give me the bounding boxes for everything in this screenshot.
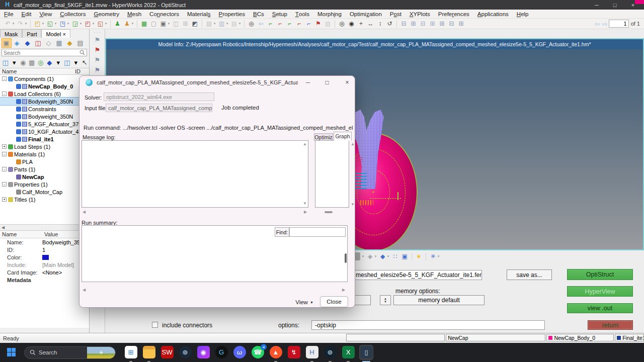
tree-item[interactable]: - Components (1): [0, 75, 89, 82]
previous-page-icon[interactable]: ⇦: [595, 20, 600, 28]
message-log-box[interactable]: ▲ ▼: [82, 140, 308, 208]
menu-item[interactable]: Morphing: [313, 10, 346, 19]
scroll-down-icon[interactable]: ▼: [303, 202, 307, 206]
hyperview-button[interactable]: HyperView: [567, 286, 633, 297]
statusbar-box[interactable]: NewCap: [446, 334, 545, 341]
entity-row[interactable]: Metadata: [0, 276, 89, 284]
menu-item[interactable]: File: [0, 10, 18, 19]
entity-row[interactable]: Name: Bodyweigth_350N: [0, 238, 89, 246]
menu-item[interactable]: Preferences: [434, 10, 473, 19]
tree-item[interactable]: Bodyweight_350N: [0, 113, 89, 120]
dialog-close-button[interactable]: ×: [339, 77, 355, 88]
menu-item[interactable]: Setup: [268, 10, 291, 19]
find-input[interactable]: [289, 227, 346, 237]
menu-item[interactable]: BCs: [249, 10, 268, 19]
next-page-icon[interactable]: ⇨: [602, 20, 608, 28]
memory-default-button[interactable]: memory default: [393, 295, 485, 305]
solver-field[interactable]: optistruct_2022_win64.exe: [104, 93, 214, 101]
scroll-left-icon[interactable]: ◀: [0, 225, 5, 230]
tree-item[interactable]: NewCap_Body_0: [0, 82, 89, 90]
start-button[interactable]: [7, 348, 16, 357]
tree-item[interactable]: - Load Collectors (6): [0, 90, 89, 98]
tree-expander[interactable]: -: [2, 182, 7, 187]
browser-tab[interactable]: Part: [22, 29, 41, 38]
memory-spinner[interactable]: ▲▼: [380, 295, 391, 305]
tree-expander[interactable]: +: [2, 197, 7, 202]
statusbar-box[interactable]: [346, 334, 445, 341]
save-as-button[interactable]: save as...: [507, 269, 552, 280]
tree-expander[interactable]: +: [2, 144, 7, 149]
search-highlight-widget[interactable]: ✈: [87, 347, 115, 358]
menu-item[interactable]: Tools: [291, 10, 313, 19]
tree-item[interactable]: Final_ite1: [0, 135, 89, 143]
tree-item[interactable]: + Load Steps (1): [0, 143, 89, 150]
taskbar-search[interactable]: Search ✈: [24, 346, 116, 359]
browser-tab[interactable]: Mask: [0, 29, 22, 38]
tree-expander[interactable]: -: [2, 152, 7, 156]
dialog-input-file-field[interactable]: calf_motor_cap_PLA_MATassigned_comped_me: [106, 104, 212, 112]
tree-item[interactable]: NewCap: [0, 173, 89, 180]
menu-item[interactable]: Optimization: [346, 10, 386, 19]
tree-item[interactable]: - Materials (1): [0, 150, 89, 158]
menu-item[interactable]: Materials: [183, 10, 215, 19]
statusbar-box[interactable]: NewCap_Body_0: [546, 334, 614, 341]
tree-expander[interactable]: -: [2, 167, 7, 171]
menu-item[interactable]: Connectors: [145, 10, 183, 19]
tree-item[interactable]: Calf_Motor_Cap: [0, 188, 89, 196]
tab-graph[interactable]: Graph: [334, 132, 352, 141]
dialog-minimize-button[interactable]: ─: [300, 77, 316, 88]
optistruct-button[interactable]: OptiStruct: [567, 269, 633, 280]
menu-item[interactable]: View: [35, 10, 56, 19]
summary-scroll-right-icon[interactable]: ▶: [342, 288, 345, 292]
tree-expander[interactable]: -: [2, 76, 7, 81]
menu-item[interactable]: Properties: [215, 10, 249, 19]
tree-item[interactable]: - Parts (1): [0, 165, 89, 173]
tree-item[interactable]: Bodyweigth_350N: [0, 98, 89, 105]
tree-item[interactable]: - Properties (1): [0, 180, 89, 188]
entity-row[interactable]: ID: 1: [0, 246, 89, 253]
log-scroll-right-icon[interactable]: ▶: [304, 210, 307, 214]
view-out-button[interactable]: view .out: [567, 303, 633, 313]
tree-expander[interactable]: -: [2, 92, 7, 96]
entity-row[interactable]: Card Image: <None>: [0, 268, 89, 276]
iteration-scroll-up-icon[interactable]: ▲: [351, 142, 355, 146]
close-button[interactable]: Close: [320, 296, 348, 307]
tab-optimization[interactable]: Optimiz: [314, 133, 333, 141]
tree-item[interactable]: 10_KGF_Actuator_425N: [0, 128, 89, 135]
window-minimize-button[interactable]: ─: [589, 0, 604, 10]
browser-tab[interactable]: Model ×: [41, 29, 70, 38]
view-dropdown-button[interactable]: View▼: [293, 297, 316, 307]
menu-item[interactable]: Applications: [473, 10, 513, 19]
menu-item[interactable]: XYPlots: [406, 10, 434, 19]
menu-item[interactable]: Edit: [18, 10, 36, 19]
search-input[interactable]: [2, 50, 79, 56]
tree-item[interactable]: + Titles (1): [0, 196, 89, 203]
color-swatch[interactable]: [42, 255, 49, 260]
menu-item[interactable]: Geometry: [90, 10, 123, 19]
summary-scroll-left-icon[interactable]: ◀: [83, 288, 86, 292]
return-button[interactable]: return: [588, 320, 633, 330]
iteration-scroll-down-icon[interactable]: ▼: [351, 203, 355, 207]
page-number-input[interactable]: [609, 20, 629, 28]
pane-splitter-handle[interactable]: [325, 211, 333, 213]
entity-row[interactable]: Include: [Main Model]: [0, 261, 89, 268]
menu-item[interactable]: Collectors: [56, 10, 90, 19]
tree-horizontal-scrollbar[interactable]: ◀ · · ·: [0, 224, 89, 231]
entity-row[interactable]: Color:: [0, 253, 89, 261]
menu-item[interactable]: Mesh: [123, 10, 145, 19]
tree-item[interactable]: 5_KGF_Actuator_375N: [0, 120, 89, 128]
summary-scrollbar-thumb[interactable]: [345, 253, 347, 263]
scroll-up-icon[interactable]: ▲: [303, 142, 307, 146]
statusbar-box[interactable]: Final_ite1: [615, 334, 644, 341]
input-file-field[interactable]: meshed_elesize5e-5_5_KGF_Actuator_ite1.f…: [352, 270, 482, 280]
log-scroll-left-icon[interactable]: ◀: [83, 210, 86, 214]
dialog-maximize-button[interactable]: □: [319, 77, 335, 88]
menu-item[interactable]: Help: [513, 10, 533, 19]
iteration-list-box[interactable]: [315, 140, 349, 208]
tree-item[interactable]: PLA: [0, 158, 89, 165]
tree-item[interactable]: Constraints: [0, 105, 89, 113]
include-connectors-checkbox[interactable]: [152, 322, 158, 328]
window-maximize-button[interactable]: □: [607, 0, 622, 10]
menu-item[interactable]: Post: [386, 10, 406, 19]
options-field[interactable]: -optskip: [311, 320, 545, 330]
